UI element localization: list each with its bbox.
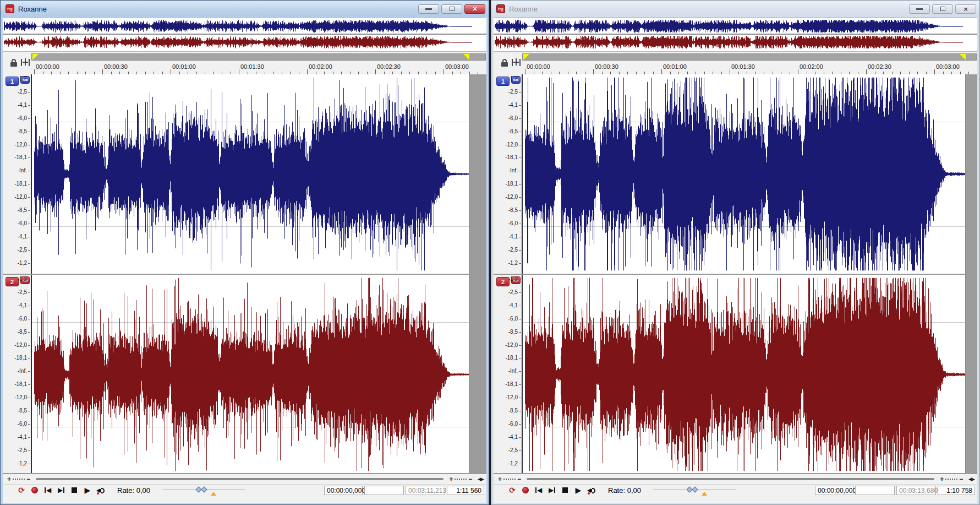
play-button[interactable]: ▶ [81,485,94,496]
zoom-level-out-button[interactable]: − [468,476,472,482]
ruler-time-label: 00:01:00 [172,63,196,70]
title-bar[interactable]: frg Roxanne × [491,1,979,17]
zoom-slider[interactable] [13,479,25,480]
overview-channel-1[interactable] [494,19,977,34]
zoom-out-button[interactable]: − [517,476,521,482]
waveform-area-2[interactable] [31,275,486,473]
waveform-area-1[interactable] [31,74,486,274]
db-label: -12,0 [14,194,27,200]
speaker-icon [587,487,596,494]
overview-waveform-2-canvas[interactable] [494,35,977,50]
loop-start-marker[interactable] [32,54,39,60]
go-to-end-button[interactable]: ▶ [54,485,68,496]
overview-channel-1[interactable] [3,19,486,34]
zoom-level-slider[interactable] [455,479,467,480]
minimize-button[interactable] [418,4,439,14]
db-label: -2,5 [508,289,518,295]
zoom-out-button[interactable]: − [26,476,30,482]
zoom-ratio-field[interactable]: 1:10 758 [938,486,975,495]
waveform-2-canvas[interactable] [31,276,486,473]
horizontal-scrollbar[interactable] [525,475,935,483]
monitor-button[interactable] [585,485,598,496]
zoom-level-slider[interactable] [945,479,957,480]
close-button[interactable]: × [464,4,485,14]
loop-playback-button[interactable]: ⟳ [506,485,519,496]
title-bar[interactable]: frg Roxanne × [1,1,489,17]
channel-2: 2 -1,2-2,5-4,1-6,0-8,5-12,0-18,1-Inf.-18… [494,274,977,473]
overview-waveform-1-canvas[interactable] [3,19,486,34]
overview-channel-2[interactable] [3,34,486,48]
ruler-scale[interactable]: 00:00:0000:00:3000:01:0000:01:3000:02:00… [494,61,977,74]
rate-handle-right[interactable] [692,486,698,492]
zoom-ratio-field[interactable]: 1:11 560 [447,486,484,495]
loop-start-marker[interactable] [523,54,529,60]
loop-region-bar[interactable] [31,53,486,61]
restore-button[interactable] [932,4,953,14]
loop-end-marker[interactable] [463,54,469,60]
cursor-position-field[interactable]: 00:00:00,000 [815,486,853,495]
minimize-button[interactable] [909,4,930,14]
waveform-1-canvas[interactable] [31,75,486,273]
go-to-end-icon: ▶ [549,487,554,493]
waveform-area-1[interactable] [522,74,977,274]
loop-region-bar[interactable] [522,53,977,61]
ruler-tick [593,69,594,74]
channel-2-badge[interactable]: 2 [6,277,19,286]
record-button[interactable] [519,485,532,496]
ruler-scale[interactable]: 00:00:0000:00:3000:01:0000:01:3000:02:00… [3,61,486,74]
overview-waveform-2-canvas[interactable] [3,35,486,50]
overview-bar[interactable] [494,17,977,51]
overview-bar[interactable] [3,17,486,51]
channel-1-badge[interactable]: 1 [496,77,510,86]
close-button[interactable]: × [955,4,976,14]
db-label: -1,2 [18,260,27,266]
stop-button[interactable] [68,485,81,496]
playback-cursor [31,74,32,274]
selection-field[interactable] [855,486,895,495]
waveform-1-canvas[interactable] [522,75,977,273]
db-label: -12,0 [505,142,518,148]
go-to-start-icon: ◀ [46,487,51,493]
overview-waveform-1-canvas[interactable] [494,19,977,34]
rate-slider[interactable] [653,485,736,495]
rate-handle-right[interactable] [201,486,207,492]
ruler-time-label: 00:01:30 [240,63,264,70]
play-button[interactable]: ▶ [572,485,585,496]
rate-slider[interactable] [162,485,245,495]
time-ruler[interactable]: 00:00:0000:00:3000:01:0000:01:3000:02:00… [494,51,977,74]
zoom-in-button[interactable]: + [498,476,502,482]
record-icon [522,487,529,493]
monitor-button[interactable] [94,485,107,496]
selection-field[interactable] [364,486,404,495]
ruler-tick [171,69,171,74]
overview-channel-2[interactable] [494,34,977,48]
loop-end-marker[interactable] [960,54,966,60]
waveform-2-canvas[interactable] [522,276,977,473]
zoom-level-in-button[interactable]: + [449,476,453,482]
ruler-time-label: 00:00:30 [104,63,128,70]
go-to-start-button[interactable]: ◀ [41,485,54,496]
stop-button[interactable] [559,485,572,496]
loop-playback-button[interactable]: ⟳ [15,485,28,496]
restore-button[interactable] [441,4,462,14]
scrollbar-thumb[interactable] [527,478,934,480]
time-ruler[interactable]: 00:00:0000:00:3000:01:0000:01:3000:02:00… [3,51,486,74]
zoom-in-button[interactable]: + [7,476,11,482]
scrollbar-thumb[interactable] [36,478,444,480]
window-bottom-frame [494,496,977,503]
horizontal-scrollbar[interactable] [35,475,445,483]
zoom-level-out-button[interactable]: − [959,476,963,482]
channel-2-badge[interactable]: 2 [496,277,510,286]
close-icon: × [473,6,477,12]
zoom-slider[interactable] [503,479,516,480]
record-button[interactable] [28,485,41,496]
splitter-handle-icon[interactable]: ◄▶ [477,476,486,482]
cursor-position-field[interactable]: 00:00:00,000 [324,486,363,495]
go-to-end-button[interactable]: ▶ [545,485,559,496]
go-to-start-button[interactable]: ◀ [532,485,545,496]
channel-1-badge[interactable]: 1 [6,77,19,86]
zoom-level-in-button[interactable]: + [940,476,944,482]
waveform-area-2[interactable] [522,275,977,473]
splitter-handle-icon[interactable]: ◄▶ [967,476,977,482]
playback-cursor [522,74,523,274]
